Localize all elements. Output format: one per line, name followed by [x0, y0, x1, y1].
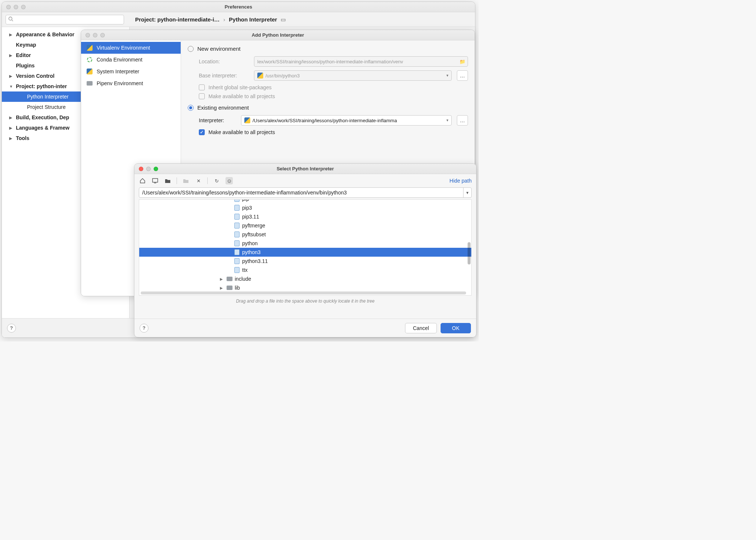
- interpreter-type-item[interactable]: Pipenv Environment: [81, 77, 181, 89]
- chevron-icon: ▶: [9, 116, 14, 120]
- interpreter-type-label: Conda Environment: [97, 57, 143, 63]
- chevron-icon: ▶: [9, 74, 14, 78]
- file-item[interactable]: pip: [139, 199, 471, 203]
- refresh-icon[interactable]: ↻: [213, 177, 220, 184]
- window-title: Select Python Interpreter: [134, 166, 476, 171]
- interpreter-type-item[interactable]: Virtualenv Environment: [81, 42, 181, 54]
- new-folder-icon[interactable]: [182, 177, 190, 184]
- horizontal-scrollbar[interactable]: [141, 291, 466, 294]
- radio-existing-environment[interactable]: Existing environment: [188, 104, 468, 111]
- browse-button: …: [457, 70, 468, 81]
- interpreter-type-item[interactable]: Conda Environment: [81, 54, 181, 66]
- select-interpreter-window: Select Python Interpreter ✕ ↻ ⊙ Hide pat…: [134, 163, 476, 337]
- interpreter-type-item[interactable]: System Interpreter: [81, 66, 181, 77]
- window-title: Preferences: [2, 4, 475, 10]
- interpreter-combo[interactable]: /Users/alex/work/SSI/training/lessons/py…: [241, 115, 452, 126]
- browse-button[interactable]: …: [457, 115, 468, 126]
- chevron-icon: ▶: [9, 126, 14, 130]
- breadcrumb-page: Python Interpreter: [229, 16, 277, 23]
- home-icon[interactable]: [139, 177, 146, 184]
- interpreter-type-label: Virtualenv Environment: [97, 45, 150, 51]
- cancel-button[interactable]: Cancel: [405, 323, 437, 333]
- chevron-right-icon: ▶: [220, 286, 224, 290]
- chevron-right-icon: ▶: [220, 277, 224, 281]
- breadcrumb-project[interactable]: Project: python-intermediate-i…: [135, 16, 220, 23]
- file-item[interactable]: pyftmerge: [139, 221, 471, 230]
- folder-item[interactable]: ▶lib: [139, 283, 471, 292]
- file-item[interactable]: pip3.11: [139, 212, 471, 221]
- base-interpreter-combo: /usr/bin/python3 ▼: [254, 70, 452, 81]
- svg-point-0: [9, 17, 12, 20]
- chevron-icon: ▶: [9, 136, 14, 140]
- python-file-icon: [234, 205, 240, 211]
- base-interpreter-label: Base interpreter:: [199, 73, 249, 79]
- env-type-icon: [86, 68, 93, 75]
- interpreter-type-label: Pipenv Environment: [97, 80, 143, 86]
- make-available-checkbox: [199, 93, 205, 99]
- folder-icon: [227, 276, 233, 282]
- search-icon: [8, 16, 13, 23]
- location-label: Location:: [199, 59, 249, 64]
- titlebar: Preferences: [2, 2, 475, 12]
- scrollbar-thumb[interactable]: [468, 242, 471, 264]
- folder-icon: 📁: [459, 59, 465, 64]
- desktop-icon[interactable]: [151, 177, 159, 184]
- python-icon: [257, 73, 263, 79]
- help-button[interactable]: ?: [140, 324, 148, 333]
- env-type-icon: [86, 80, 93, 87]
- folder-item[interactable]: ▶include: [139, 274, 471, 283]
- python-file-icon: [234, 267, 240, 273]
- show-hidden-icon[interactable]: ⊙: [225, 177, 233, 184]
- file-item[interactable]: pyftsubset: [139, 230, 471, 239]
- breadcrumb: Project: python-intermediate-i… › Python…: [135, 16, 286, 23]
- svg-line-1: [12, 20, 13, 21]
- env-type-icon: [86, 44, 93, 51]
- help-button[interactable]: ?: [7, 324, 16, 333]
- python-file-icon: [234, 231, 240, 237]
- delete-icon[interactable]: ✕: [195, 177, 202, 184]
- chevron-down-icon: ▼: [446, 119, 449, 122]
- ok-button[interactable]: OK: [441, 323, 471, 333]
- inherit-packages-checkbox: [199, 84, 205, 90]
- file-item[interactable]: python3.11: [139, 257, 471, 266]
- drop-hint: Drag and drop a file into the space abov…: [134, 299, 476, 304]
- chevron-down-icon: ▼: [446, 74, 449, 77]
- binary-file-icon: [234, 258, 240, 264]
- binary-file-icon: [234, 240, 240, 246]
- hide-path-link[interactable]: Hide path: [449, 178, 472, 184]
- interpreter-label: Interpreter:: [199, 117, 236, 123]
- chevron-down-icon[interactable]: ▼: [463, 188, 471, 197]
- file-item[interactable]: pip3: [139, 203, 471, 212]
- project-icon[interactable]: [164, 177, 171, 184]
- svg-point-2: [87, 57, 92, 62]
- chevron-right-icon: ›: [223, 16, 225, 23]
- binary-file-icon: [234, 249, 240, 255]
- file-item[interactable]: python3: [139, 248, 471, 257]
- python-file-icon: [234, 214, 240, 220]
- file-browser-toolbar: ✕ ↻ ⊙ Hide path: [134, 174, 476, 187]
- chevron-icon: ▶: [9, 33, 14, 37]
- python-file-icon: [234, 223, 240, 229]
- location-field: lex/work/SSI/training/lessons/python-int…: [254, 56, 468, 67]
- titlebar: Add Python Interpreter: [81, 30, 475, 40]
- chevron-icon: ▼: [9, 84, 14, 89]
- python-icon: [244, 117, 250, 123]
- env-type-icon: [86, 56, 93, 63]
- file-item[interactable]: ttx: [139, 266, 471, 274]
- path-input[interactable]: /Users/alex/work/SSI/training/lessons/py…: [139, 187, 472, 198]
- file-tree[interactable]: pippip3pip3.11pyftmergepyftsubsetpythonp…: [139, 199, 472, 296]
- overflow-icon[interactable]: ▭: [281, 16, 286, 23]
- chevron-icon: ▶: [9, 53, 14, 57]
- titlebar: Select Python Interpreter: [134, 164, 476, 174]
- svg-rect-3: [153, 179, 158, 182]
- python-file-icon: [234, 199, 240, 202]
- window-title: Add Python Interpreter: [81, 32, 475, 38]
- radio-new-environment[interactable]: New environment: [188, 46, 468, 52]
- file-item[interactable]: python: [139, 239, 471, 248]
- interpreter-type-label: System Interpreter: [97, 69, 139, 74]
- folder-icon: [227, 285, 233, 291]
- search-input[interactable]: [6, 15, 124, 24]
- make-available-checkbox[interactable]: ✓: [199, 129, 205, 135]
